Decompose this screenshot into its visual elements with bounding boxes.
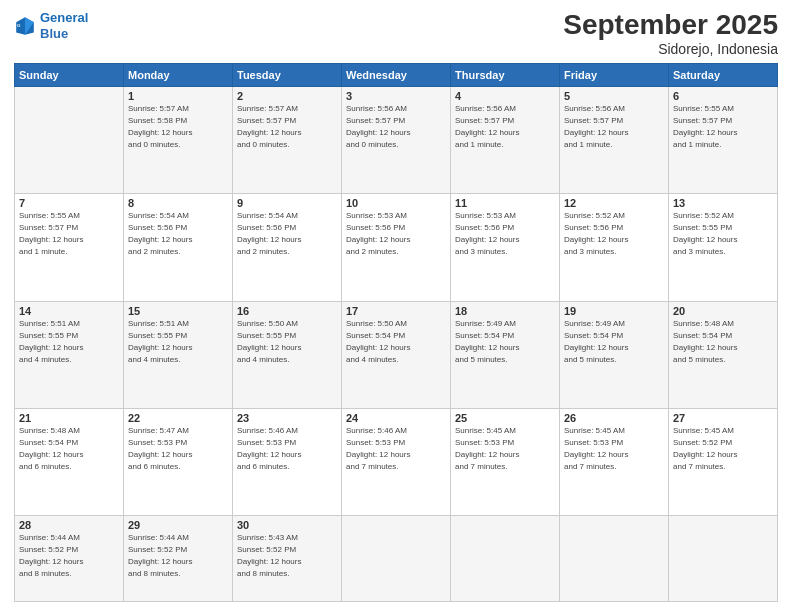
cell-info: Sunrise: 5:52 AMSunset: 5:55 PMDaylight:…: [673, 210, 773, 258]
table-row: 13Sunrise: 5:52 AMSunset: 5:55 PMDayligh…: [669, 194, 778, 301]
day-number: 9: [237, 197, 337, 209]
table-row: 5Sunrise: 5:56 AMSunset: 5:57 PMDaylight…: [560, 86, 669, 193]
table-row: 10Sunrise: 5:53 AMSunset: 5:56 PMDayligh…: [342, 194, 451, 301]
cell-info: Sunrise: 5:53 AMSunset: 5:56 PMDaylight:…: [346, 210, 446, 258]
table-row: 6Sunrise: 5:55 AMSunset: 5:57 PMDaylight…: [669, 86, 778, 193]
day-number: 25: [455, 412, 555, 424]
table-row: 28Sunrise: 5:44 AMSunset: 5:52 PMDayligh…: [15, 516, 124, 602]
day-number: 13: [673, 197, 773, 209]
title-block: September 2025 Sidorejo, Indonesia: [563, 10, 778, 57]
table-row: 30Sunrise: 5:43 AMSunset: 5:52 PMDayligh…: [233, 516, 342, 602]
cell-info: Sunrise: 5:54 AMSunset: 5:56 PMDaylight:…: [237, 210, 337, 258]
table-row: [669, 516, 778, 602]
calendar-header-row: Sunday Monday Tuesday Wednesday Thursday…: [15, 63, 778, 86]
calendar-table: Sunday Monday Tuesday Wednesday Thursday…: [14, 63, 778, 602]
calendar-week-row: 21Sunrise: 5:48 AMSunset: 5:54 PMDayligh…: [15, 409, 778, 516]
logo-text: General Blue: [40, 10, 88, 41]
day-number: 6: [673, 90, 773, 102]
table-row: 3Sunrise: 5:56 AMSunset: 5:57 PMDaylight…: [342, 86, 451, 193]
table-row: 23Sunrise: 5:46 AMSunset: 5:53 PMDayligh…: [233, 409, 342, 516]
table-row: 11Sunrise: 5:53 AMSunset: 5:56 PMDayligh…: [451, 194, 560, 301]
cell-info: Sunrise: 5:44 AMSunset: 5:52 PMDaylight:…: [128, 532, 228, 580]
cell-info: Sunrise: 5:45 AMSunset: 5:52 PMDaylight:…: [673, 425, 773, 473]
cell-info: Sunrise: 5:56 AMSunset: 5:57 PMDaylight:…: [564, 103, 664, 151]
cell-info: Sunrise: 5:48 AMSunset: 5:54 PMDaylight:…: [19, 425, 119, 473]
table-row: 27Sunrise: 5:45 AMSunset: 5:52 PMDayligh…: [669, 409, 778, 516]
col-tuesday: Tuesday: [233, 63, 342, 86]
day-number: 23: [237, 412, 337, 424]
col-wednesday: Wednesday: [342, 63, 451, 86]
table-row: 24Sunrise: 5:46 AMSunset: 5:53 PMDayligh…: [342, 409, 451, 516]
cell-info: Sunrise: 5:50 AMSunset: 5:55 PMDaylight:…: [237, 318, 337, 366]
day-number: 14: [19, 305, 119, 317]
day-number: 3: [346, 90, 446, 102]
day-number: 26: [564, 412, 664, 424]
cell-info: Sunrise: 5:46 AMSunset: 5:53 PMDaylight:…: [346, 425, 446, 473]
day-number: 30: [237, 519, 337, 531]
calendar-week-row: 28Sunrise: 5:44 AMSunset: 5:52 PMDayligh…: [15, 516, 778, 602]
table-row: 18Sunrise: 5:49 AMSunset: 5:54 PMDayligh…: [451, 301, 560, 408]
cell-info: Sunrise: 5:46 AMSunset: 5:53 PMDaylight:…: [237, 425, 337, 473]
table-row: 25Sunrise: 5:45 AMSunset: 5:53 PMDayligh…: [451, 409, 560, 516]
cell-info: Sunrise: 5:56 AMSunset: 5:57 PMDaylight:…: [346, 103, 446, 151]
cell-info: Sunrise: 5:43 AMSunset: 5:52 PMDaylight:…: [237, 532, 337, 580]
location-subtitle: Sidorejo, Indonesia: [563, 41, 778, 57]
col-friday: Friday: [560, 63, 669, 86]
cell-info: Sunrise: 5:45 AMSunset: 5:53 PMDaylight:…: [564, 425, 664, 473]
cell-info: Sunrise: 5:55 AMSunset: 5:57 PMDaylight:…: [673, 103, 773, 151]
logo-icon: G: [14, 15, 36, 37]
day-number: 4: [455, 90, 555, 102]
day-number: 21: [19, 412, 119, 424]
day-number: 12: [564, 197, 664, 209]
cell-info: Sunrise: 5:45 AMSunset: 5:53 PMDaylight:…: [455, 425, 555, 473]
table-row: 19Sunrise: 5:49 AMSunset: 5:54 PMDayligh…: [560, 301, 669, 408]
day-number: 8: [128, 197, 228, 209]
day-number: 2: [237, 90, 337, 102]
cell-info: Sunrise: 5:52 AMSunset: 5:56 PMDaylight:…: [564, 210, 664, 258]
day-number: 22: [128, 412, 228, 424]
logo-line2: Blue: [40, 26, 68, 41]
table-row: 9Sunrise: 5:54 AMSunset: 5:56 PMDaylight…: [233, 194, 342, 301]
table-row: 1Sunrise: 5:57 AMSunset: 5:58 PMDaylight…: [124, 86, 233, 193]
cell-info: Sunrise: 5:47 AMSunset: 5:53 PMDaylight:…: [128, 425, 228, 473]
cell-info: Sunrise: 5:48 AMSunset: 5:54 PMDaylight:…: [673, 318, 773, 366]
cell-info: Sunrise: 5:49 AMSunset: 5:54 PMDaylight:…: [564, 318, 664, 366]
table-row: 12Sunrise: 5:52 AMSunset: 5:56 PMDayligh…: [560, 194, 669, 301]
day-number: 16: [237, 305, 337, 317]
day-number: 20: [673, 305, 773, 317]
table-row: [15, 86, 124, 193]
logo-line1: General: [40, 10, 88, 25]
cell-info: Sunrise: 5:50 AMSunset: 5:54 PMDaylight:…: [346, 318, 446, 366]
table-row: 22Sunrise: 5:47 AMSunset: 5:53 PMDayligh…: [124, 409, 233, 516]
table-row: 17Sunrise: 5:50 AMSunset: 5:54 PMDayligh…: [342, 301, 451, 408]
calendar-week-row: 14Sunrise: 5:51 AMSunset: 5:55 PMDayligh…: [15, 301, 778, 408]
calendar-week-row: 1Sunrise: 5:57 AMSunset: 5:58 PMDaylight…: [15, 86, 778, 193]
cell-info: Sunrise: 5:53 AMSunset: 5:56 PMDaylight:…: [455, 210, 555, 258]
day-number: 15: [128, 305, 228, 317]
day-number: 18: [455, 305, 555, 317]
cell-info: Sunrise: 5:57 AMSunset: 5:57 PMDaylight:…: [237, 103, 337, 151]
table-row: 15Sunrise: 5:51 AMSunset: 5:55 PMDayligh…: [124, 301, 233, 408]
month-title: September 2025: [563, 10, 778, 41]
table-row: [342, 516, 451, 602]
svg-text:G: G: [17, 22, 21, 27]
cell-info: Sunrise: 5:57 AMSunset: 5:58 PMDaylight:…: [128, 103, 228, 151]
calendar-week-row: 7Sunrise: 5:55 AMSunset: 5:57 PMDaylight…: [15, 194, 778, 301]
cell-info: Sunrise: 5:49 AMSunset: 5:54 PMDaylight:…: [455, 318, 555, 366]
table-row: 29Sunrise: 5:44 AMSunset: 5:52 PMDayligh…: [124, 516, 233, 602]
cell-info: Sunrise: 5:56 AMSunset: 5:57 PMDaylight:…: [455, 103, 555, 151]
day-number: 1: [128, 90, 228, 102]
table-row: 26Sunrise: 5:45 AMSunset: 5:53 PMDayligh…: [560, 409, 669, 516]
day-number: 29: [128, 519, 228, 531]
logo: G General Blue: [14, 10, 88, 41]
cell-info: Sunrise: 5:51 AMSunset: 5:55 PMDaylight:…: [128, 318, 228, 366]
table-row: 4Sunrise: 5:56 AMSunset: 5:57 PMDaylight…: [451, 86, 560, 193]
cell-info: Sunrise: 5:44 AMSunset: 5:52 PMDaylight:…: [19, 532, 119, 580]
day-number: 7: [19, 197, 119, 209]
day-number: 24: [346, 412, 446, 424]
table-row: 16Sunrise: 5:50 AMSunset: 5:55 PMDayligh…: [233, 301, 342, 408]
table-row: 8Sunrise: 5:54 AMSunset: 5:56 PMDaylight…: [124, 194, 233, 301]
header: G General Blue September 2025 Sidorejo, …: [14, 10, 778, 57]
day-number: 10: [346, 197, 446, 209]
table-row: 7Sunrise: 5:55 AMSunset: 5:57 PMDaylight…: [15, 194, 124, 301]
